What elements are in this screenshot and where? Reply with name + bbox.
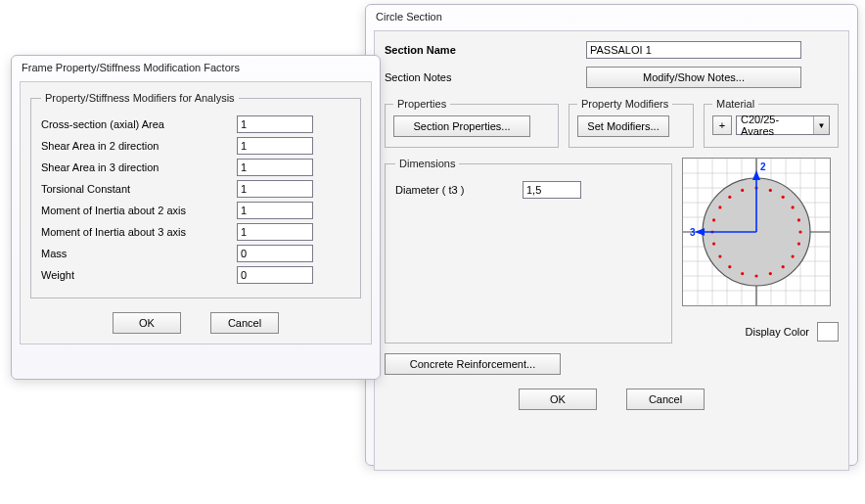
svg-marker-42 (752, 170, 760, 180)
svg-point-25 (797, 218, 800, 221)
svg-point-33 (728, 265, 731, 268)
section-name-input[interactable] (586, 41, 801, 59)
modify-show-notes-button[interactable]: Modify/Show Notes... (586, 67, 801, 88)
properties-group-label: Properties (393, 98, 450, 110)
svg-point-32 (741, 272, 744, 275)
svg-point-37 (712, 218, 715, 221)
section-properties-button[interactable]: Section Properties... (393, 115, 530, 137)
frame-property-dialog: Frame Property/Stiffness Modification Fa… (11, 55, 381, 380)
circle-section-title: Circle Section (366, 5, 857, 26)
svg-point-22 (769, 189, 772, 192)
dimensions-group-label: Dimensions (395, 158, 459, 169)
mass-label: Mass (41, 248, 237, 259)
property-modifiers-group-label: Property Modifiers (577, 98, 672, 110)
svg-point-23 (782, 196, 785, 199)
frame-property-title: Frame Property/Stiffness Modification Fa… (12, 56, 380, 77)
weight-input[interactable] (237, 266, 313, 284)
svg-point-31 (754, 274, 757, 277)
svg-point-26 (798, 230, 801, 233)
torsional-label: Torsional Constant (41, 183, 237, 195)
circle-ok-button[interactable]: OK (519, 389, 597, 410)
circle-section-dialog: Circle Section Section Name Section Note… (365, 4, 858, 466)
torsional-input[interactable] (237, 180, 313, 198)
set-modifiers-button[interactable]: Set Modifiers... (577, 115, 669, 137)
svg-point-40 (741, 189, 744, 192)
moi2-input[interactable] (237, 202, 313, 219)
shear2-input[interactable] (237, 137, 313, 155)
material-add-button[interactable]: + (712, 115, 732, 135)
shear2-label: Shear Area in 2 direction (41, 140, 237, 152)
material-group-label: Material (712, 98, 758, 110)
material-combo-value: C20/25-Avares (737, 114, 813, 137)
svg-point-38 (718, 206, 721, 208)
svg-marker-44 (695, 228, 705, 236)
svg-point-24 (792, 206, 795, 208)
frame-ok-button[interactable]: OK (113, 312, 181, 334)
material-combo[interactable]: C20/25-Avares ▼ (736, 115, 830, 135)
svg-point-39 (728, 196, 731, 199)
display-color-label: Display Color (746, 326, 809, 338)
moi3-label: Moment of Inertia about 3 axis (41, 226, 237, 238)
diameter-input[interactable] (523, 181, 581, 199)
shear3-input[interactable] (237, 159, 313, 176)
modifiers-group-label: Property/Stiffness Modifiers for Analysi… (41, 92, 239, 104)
axis-3-label: 3 (690, 227, 696, 238)
svg-point-28 (792, 255, 795, 258)
weight-label: Weight (41, 269, 237, 281)
display-color-swatch[interactable] (817, 322, 839, 342)
cross-section-input[interactable] (237, 115, 313, 133)
diameter-label: Diameter ( t3 ) (395, 184, 523, 196)
axis-2-label: 2 (760, 161, 766, 172)
svg-point-29 (782, 265, 785, 268)
modifiers-group: Property/Stiffness Modifiers for Analysi… (30, 92, 361, 298)
shear3-label: Shear Area in 3 direction (41, 161, 237, 173)
circle-cancel-button[interactable]: Cancel (626, 389, 705, 410)
section-preview: 2 3 (682, 158, 831, 306)
chevron-down-icon: ▼ (813, 116, 829, 134)
svg-point-27 (797, 243, 800, 246)
concrete-reinforcement-button[interactable]: Concrete Reinforcement... (385, 353, 561, 375)
svg-point-30 (769, 272, 772, 275)
svg-point-34 (718, 255, 721, 258)
svg-point-35 (712, 243, 715, 246)
frame-cancel-button[interactable]: Cancel (210, 312, 279, 334)
mass-input[interactable] (237, 245, 313, 262)
section-notes-label: Section Notes (385, 71, 580, 83)
cross-section-label: Cross-section (axial) Area (41, 118, 237, 130)
moi2-label: Moment of Inertia about 2 axis (41, 205, 237, 216)
section-name-label: Section Name (385, 44, 580, 56)
moi3-input[interactable] (237, 223, 313, 241)
